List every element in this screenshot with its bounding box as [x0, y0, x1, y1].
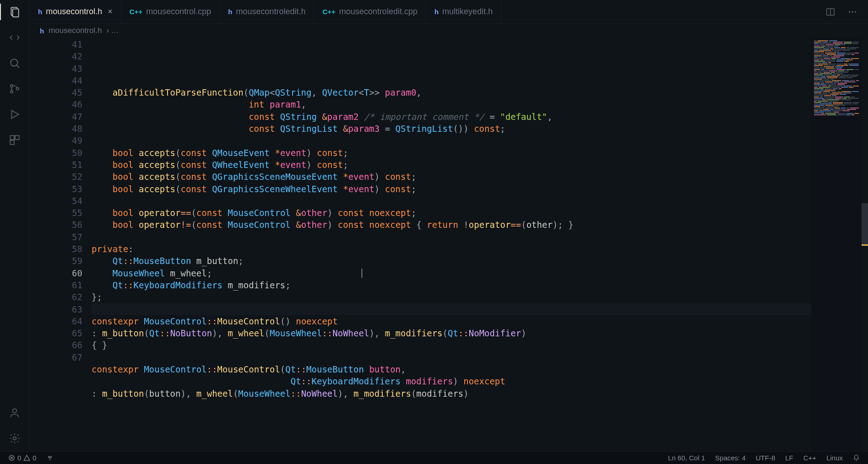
- tab-label: mousecontrol.h: [46, 7, 102, 16]
- code-line[interactable]: bool operator==(const MouseControl &othe…: [92, 207, 811, 219]
- svg-point-15: [849, 11, 850, 12]
- code-line[interactable]: : m_button(Qt::NoButton), m_wheel(MouseW…: [92, 327, 811, 339]
- status-bar: 0 0 Ln 60, Col 1 Spaces: 4 UTF-8 LF C++ …: [0, 451, 868, 464]
- svg-point-2: [11, 59, 17, 66]
- tab-mousecontrol-h[interactable]: hmousecontrol.h×: [30, 0, 121, 23]
- code-line[interactable]: { }: [92, 339, 811, 351]
- code-line[interactable]: [92, 351, 811, 363]
- status-problems[interactable]: 0 0: [5, 454, 39, 462]
- header-file-icon: h: [38, 8, 42, 16]
- svg-point-11: [13, 409, 17, 413]
- scrollbar-thumb[interactable]: [862, 203, 868, 244]
- header-file-icon: h: [40, 27, 44, 35]
- more-icon[interactable]: [846, 5, 859, 18]
- status-line-col[interactable]: Ln 60, Col 1: [665, 454, 708, 462]
- source-control-icon[interactable]: [8, 82, 21, 95]
- status-eol[interactable]: LF: [782, 454, 796, 462]
- code-line[interactable]: private:: [92, 243, 811, 255]
- status-language[interactable]: C++: [801, 454, 819, 462]
- svg-point-4: [11, 85, 13, 87]
- svg-point-5: [11, 91, 13, 93]
- status-bell-icon[interactable]: [850, 454, 863, 461]
- code-line[interactable]: const QStringList &param3 = QStringList(…: [92, 123, 811, 135]
- code-line[interactable]: Qt::MouseButton m_button;: [92, 255, 811, 267]
- svg-rect-8: [10, 135, 14, 140]
- cpp-file-icon: C++: [322, 8, 335, 16]
- code-line[interactable]: bool operator!=(const MouseControl &othe…: [92, 219, 811, 231]
- tab-label: mousecontroledit.cpp: [339, 7, 418, 16]
- search-icon[interactable]: [8, 57, 21, 70]
- code-line[interactable]: const QString &param2 /* important comme…: [92, 111, 811, 123]
- cpp-file-icon: C++: [130, 8, 142, 16]
- code-line[interactable]: [92, 135, 811, 146]
- code-line[interactable]: Qt::KeyboardModifiers m_modifiers;: [92, 279, 811, 291]
- status-os[interactable]: Linux: [824, 454, 846, 462]
- code-line[interactable]: [92, 195, 811, 207]
- editor-body: 4142434445464748495051525354555657585960…: [30, 38, 868, 451]
- close-icon[interactable]: ×: [108, 7, 113, 16]
- warning-count: 0: [33, 454, 36, 462]
- code-line[interactable]: constexpr MouseControl::MouseControl(Qt:…: [92, 363, 811, 375]
- code-line[interactable]: : m_button(button), m_wheel(MouseWheel::…: [92, 388, 811, 399]
- account-icon[interactable]: [8, 406, 21, 419]
- code-line[interactable]: [92, 231, 811, 243]
- run-debug-icon[interactable]: [8, 108, 21, 121]
- status-radio-tower-icon[interactable]: [44, 455, 56, 461]
- svg-line-3: [16, 65, 19, 67]
- code-line[interactable]: bool accepts(const QGraphicsSceneMouseEv…: [92, 171, 811, 183]
- svg-rect-9: [15, 135, 19, 140]
- minimap[interactable]: [811, 38, 862, 451]
- svg-marker-7: [12, 110, 19, 118]
- status-spaces[interactable]: Spaces: 4: [712, 454, 749, 462]
- svg-point-16: [852, 11, 853, 12]
- puzzle-icon[interactable]: [8, 31, 21, 44]
- split-editor-icon[interactable]: [824, 5, 837, 18]
- code-line[interactable]: };: [92, 291, 811, 303]
- vertical-scrollbar[interactable]: [862, 38, 868, 451]
- text-cursor: [362, 269, 362, 278]
- code-line[interactable]: [92, 75, 811, 86]
- code-line[interactable]: aDifficultToParseFunction(QMap<QString, …: [92, 86, 811, 98]
- settings-gear-icon[interactable]: [8, 432, 21, 445]
- svg-rect-10: [10, 140, 14, 145]
- code-line[interactable]: bool accepts(const QMouseEvent *event) c…: [92, 147, 811, 159]
- code-line[interactable]: bool accepts(const QWheelEvent *event) c…: [92, 159, 811, 171]
- header-file-icon: h: [228, 8, 232, 16]
- tab-label: mousecontroledit.h: [236, 7, 305, 16]
- breadcrumb-rest: › …: [106, 26, 119, 35]
- explorer-icon[interactable]: [8, 5, 21, 18]
- code-line[interactable]: MouseWheel m_wheel;: [92, 267, 811, 279]
- tab-multikeyedit-h[interactable]: hmultikeyedit.h: [426, 0, 501, 23]
- code-content[interactable]: aDifficultToParseFunction(QMap<QString, …: [92, 38, 811, 451]
- tab-mousecontrol-cpp[interactable]: C++mousecontrol.cpp: [121, 0, 220, 23]
- tab-bar: hmousecontrol.h×C++mousecontrol.cpphmous…: [30, 0, 868, 24]
- code-line[interactable]: bool accepts(const QGraphicsSceneWheelEv…: [92, 183, 811, 195]
- header-file-icon: h: [434, 8, 439, 16]
- activity-bar: [0, 0, 30, 451]
- code-line[interactable]: constexpr MouseControl::MouseControl() n…: [92, 315, 811, 327]
- svg-point-6: [16, 87, 19, 90]
- svg-point-21: [49, 456, 50, 457]
- breadcrumb[interactable]: h mousecontrol.h › …: [30, 24, 868, 38]
- svg-point-12: [13, 437, 16, 440]
- breadcrumb-file: mousecontrol.h: [49, 26, 102, 35]
- scroll-marker: [862, 244, 868, 246]
- editor-area: hmousecontrol.h×C++mousecontrol.cpphmous…: [30, 0, 868, 451]
- svg-point-17: [855, 11, 856, 12]
- error-count: 0: [17, 454, 21, 462]
- tab-mousecontroledit-h[interactable]: hmousecontroledit.h: [220, 0, 314, 23]
- code-line[interactable]: [92, 303, 811, 315]
- tab-mousecontroledit-cpp[interactable]: C++mousecontroledit.cpp: [314, 0, 426, 23]
- extensions-icon[interactable]: [8, 134, 21, 146]
- line-number-gutter[interactable]: 4142434445464748495051525354555657585960…: [30, 38, 92, 451]
- tab-label: multikeyedit.h: [442, 7, 493, 16]
- code-line[interactable]: Qt::KeyboardModifiers modifiers) noexcep…: [92, 375, 811, 387]
- svg-rect-1: [13, 9, 19, 17]
- tab-label: mousecontrol.cpp: [146, 7, 211, 16]
- status-encoding[interactable]: UTF-8: [753, 454, 778, 462]
- code-line[interactable]: int param1,: [92, 98, 811, 110]
